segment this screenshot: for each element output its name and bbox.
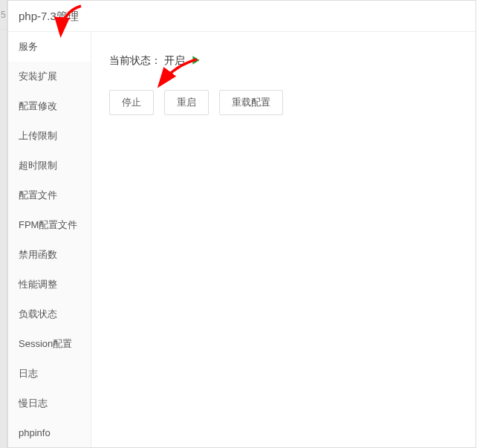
sidebar-item-label: Session配置 xyxy=(19,338,72,349)
sidebar-item-disable-func[interactable]: 禁用函数 xyxy=(8,240,91,270)
status-line: 当前状态： 开启 xyxy=(109,54,458,68)
modal-title: php-7.3管理 xyxy=(19,10,79,22)
sidebar-item-fpm-config[interactable]: FPM配置文件 xyxy=(8,210,91,240)
sidebar-item-label: 配置修改 xyxy=(19,100,57,111)
sidebar-item-performance[interactable]: 性能调整 xyxy=(8,270,91,299)
sidebar-item-config-file[interactable]: 配置文件 xyxy=(8,181,91,210)
sidebar-item-label: 慢日志 xyxy=(19,397,48,409)
status-value: 开启 xyxy=(164,54,185,68)
bg-edge: 5 xyxy=(0,0,7,448)
content-pane: 当前状态： 开启 停止 重启 重载配置 xyxy=(91,32,476,447)
play-icon xyxy=(191,55,201,68)
sidebar-item-label: 上传限制 xyxy=(19,130,57,141)
sidebar-item-log[interactable]: 日志 xyxy=(8,359,91,389)
sidebar-item-label: 服务 xyxy=(19,41,38,52)
sidebar-item-session-config[interactable]: Session配置 xyxy=(8,329,91,359)
stop-button[interactable]: 停止 xyxy=(109,90,154,115)
sidebar-item-label: phpinfo xyxy=(19,427,51,438)
sidebar-item-load-status[interactable]: 负载状态 xyxy=(8,299,91,329)
sidebar-item-label: 配置文件 xyxy=(19,189,57,201)
edge-label: 5 xyxy=(0,0,7,30)
sidebar-item-label: 安装扩展 xyxy=(19,71,57,82)
sidebar-item-install-ext[interactable]: 安装扩展 xyxy=(8,62,91,91)
sidebar-item-timeout-limit[interactable]: 超时限制 xyxy=(8,151,91,181)
sidebar-item-label: 禁用函数 xyxy=(19,249,57,260)
sidebar: 服务安装扩展配置修改上传限制超时限制配置文件FPM配置文件禁用函数性能调整负载状… xyxy=(8,32,91,447)
modal-header: php-7.3管理 xyxy=(8,1,476,32)
modal-body: 服务安装扩展配置修改上传限制超时限制配置文件FPM配置文件禁用函数性能调整负载状… xyxy=(8,32,476,447)
restart-button[interactable]: 重启 xyxy=(164,90,209,115)
button-row: 停止 重启 重载配置 xyxy=(109,90,458,115)
reload-config-button[interactable]: 重载配置 xyxy=(219,90,283,115)
modal: php-7.3管理 服务安装扩展配置修改上传限制超时限制配置文件FPM配置文件禁… xyxy=(7,0,476,448)
sidebar-item-label: 日志 xyxy=(19,368,38,379)
sidebar-item-config-edit[interactable]: 配置修改 xyxy=(8,91,91,121)
sidebar-item-label: 性能调整 xyxy=(19,279,57,290)
svg-marker-0 xyxy=(192,56,199,65)
sidebar-item-service[interactable]: 服务 xyxy=(8,32,91,62)
sidebar-item-upload-limit[interactable]: 上传限制 xyxy=(8,121,91,151)
sidebar-item-label: 超时限制 xyxy=(19,160,57,171)
status-label: 当前状态： xyxy=(109,54,161,68)
sidebar-item-label: FPM配置文件 xyxy=(19,219,77,230)
sidebar-item-label: 负载状态 xyxy=(19,308,57,319)
sidebar-item-phpinfo[interactable]: phpinfo xyxy=(8,418,91,447)
sidebar-item-slow-log[interactable]: 慢日志 xyxy=(8,389,91,418)
